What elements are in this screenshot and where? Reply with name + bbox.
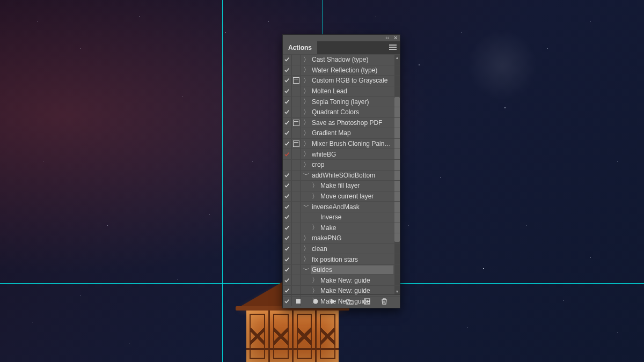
toggle-check[interactable]: [283, 181, 292, 191]
action-row[interactable]: 〉Sepia Toning (layer): [283, 96, 400, 107]
toggle-dialog[interactable]: [292, 76, 301, 86]
chevron-right-icon[interactable]: 〉: [301, 65, 311, 75]
toggle-dialog[interactable]: [292, 97, 301, 107]
action-row[interactable]: 〉whiteBG: [283, 149, 400, 159]
chevron-right-icon[interactable]: 〉: [301, 55, 311, 64]
toggle-dialog[interactable]: [292, 128, 301, 138]
toggle-dialog[interactable]: [292, 254, 301, 264]
toggle-check[interactable]: [283, 128, 292, 138]
toggle-check[interactable]: [283, 171, 292, 181]
toggle-dialog[interactable]: [292, 223, 301, 233]
chevron-down-icon[interactable]: ﹀: [301, 171, 311, 180]
toggle-check[interactable]: [283, 149, 292, 159]
toggle-check[interactable]: [283, 65, 292, 76]
chevron-down-icon[interactable]: ﹀: [301, 265, 311, 275]
close-icon[interactable]: ✕: [393, 35, 398, 41]
chevron-right-icon[interactable]: 〉: [310, 297, 319, 306]
toggle-dialog[interactable]: [292, 171, 301, 181]
toggle-dialog[interactable]: [292, 286, 301, 296]
guide-vertical-1[interactable]: [222, 0, 223, 362]
toggle-check[interactable]: [283, 254, 292, 264]
chevron-right-icon[interactable]: 〉: [301, 234, 311, 243]
action-row[interactable]: 〉Quadrant Colors: [283, 107, 400, 117]
toggle-dialog[interactable]: [292, 139, 301, 149]
chevron-right-icon[interactable]: 〉: [310, 223, 319, 232]
action-row[interactable]: 〉Make New: guide: [283, 275, 400, 285]
action-row[interactable]: 〉Move current layer: [283, 191, 400, 202]
toggle-check[interactable]: [283, 97, 292, 107]
toggle-check[interactable]: [283, 244, 292, 254]
chevron-right-icon[interactable]: 〉: [301, 255, 311, 264]
toggle-dialog[interactable]: [292, 160, 301, 170]
action-row[interactable]: 〉Make New: guide: [283, 296, 400, 307]
action-row[interactable]: 〉Gradient Map: [283, 128, 400, 138]
toggle-check[interactable]: [283, 139, 292, 149]
toggle-dialog[interactable]: [292, 55, 301, 65]
action-row[interactable]: 〉crop: [283, 159, 400, 170]
toggle-dialog[interactable]: [292, 65, 301, 76]
toggle-check[interactable]: [283, 265, 292, 275]
toggle-check[interactable]: [283, 275, 292, 285]
action-row[interactable]: 〉Cast Shadow (type): [283, 54, 400, 65]
toggle-dialog[interactable]: [292, 149, 301, 159]
toggle-check[interactable]: [283, 202, 292, 212]
toggle-dialog[interactable]: [292, 181, 301, 191]
action-row[interactable]: 〉makePNG: [283, 233, 400, 243]
action-row[interactable]: 〉Make: [283, 223, 400, 233]
chevron-right-icon[interactable]: 〉: [310, 286, 319, 295]
action-row[interactable]: ﹀addWhiteSOlidBottom: [283, 170, 400, 181]
chevron-right-icon[interactable]: 〉: [301, 139, 311, 149]
toggle-dialog[interactable]: [292, 233, 301, 243]
chevron-right-icon[interactable]: 〉: [301, 97, 311, 106]
toggle-check[interactable]: [283, 212, 292, 223]
toggle-dialog[interactable]: [292, 118, 301, 128]
action-row[interactable]: 〉clean: [283, 243, 400, 254]
toggle-check[interactable]: [283, 160, 292, 170]
toggle-check[interactable]: [283, 118, 292, 128]
chevron-right-icon[interactable]: 〉: [310, 181, 319, 190]
chevron-down-icon[interactable]: ﹀: [301, 202, 311, 211]
chevron-right-icon[interactable]: 〉: [301, 129, 311, 138]
action-row[interactable]: ﹀inverseAndMask: [283, 201, 400, 212]
toggle-dialog[interactable]: [292, 107, 301, 117]
action-row[interactable]: 〉Water Reflection (type): [283, 65, 400, 76]
panel-menu-icon[interactable]: [389, 45, 397, 50]
chevron-right-icon[interactable]: 〉: [301, 160, 311, 169]
toggle-check[interactable]: [283, 286, 292, 296]
panel-titlebar[interactable]: ‹‹ ✕: [283, 35, 400, 41]
chevron-right-icon[interactable]: 〉: [310, 192, 319, 201]
toggle-check[interactable]: [283, 233, 292, 243]
toggle-check[interactable]: [283, 86, 292, 97]
toggle-dialog[interactable]: [292, 244, 301, 254]
chevron-right-icon[interactable]: 〉: [301, 108, 311, 117]
action-list[interactable]: ▴ ▾ 〉Cast Shadow (type)〉Water Reflection…: [283, 54, 400, 294]
toggle-check[interactable]: [283, 223, 292, 233]
toggle-dialog[interactable]: [292, 265, 301, 275]
action-row[interactable]: 〉Molten Lead: [283, 86, 400, 97]
chevron-right-icon[interactable]: 〉: [301, 244, 311, 253]
tab-actions[interactable]: Actions: [283, 41, 317, 54]
toggle-dialog[interactable]: [292, 212, 301, 223]
chevron-right-icon[interactable]: 〉: [301, 76, 311, 85]
actions-panel[interactable]: ‹‹ ✕ Actions ▴ ▾ 〉Cast Shadow (type)〉Wat…: [282, 34, 400, 308]
action-row[interactable]: 〉Make fill layer: [283, 180, 400, 191]
action-row[interactable]: 〉Custom RGB to Grayscale: [283, 75, 400, 86]
action-row[interactable]: Inverse: [283, 212, 400, 223]
toggle-check[interactable]: [283, 76, 292, 86]
toggle-dialog[interactable]: [292, 86, 301, 97]
toggle-dialog[interactable]: [292, 275, 301, 285]
action-row[interactable]: 〉Save as Photoshop PDF: [283, 117, 400, 128]
chevron-right-icon[interactable]: 〉: [301, 118, 311, 127]
action-row[interactable]: ﹀Guides: [283, 264, 400, 275]
chevron-right-icon[interactable]: 〉: [301, 87, 311, 96]
action-row[interactable]: 〉Make New: guide: [283, 285, 400, 296]
toggle-check[interactable]: [283, 297, 292, 307]
chevron-right-icon[interactable]: 〉: [301, 150, 311, 159]
toggle-check[interactable]: [283, 191, 292, 202]
toggle-dialog[interactable]: [292, 191, 301, 202]
toggle-dialog[interactable]: [292, 202, 301, 212]
toggle-check[interactable]: [283, 107, 292, 117]
action-row[interactable]: 〉fix position stars: [283, 254, 400, 264]
toggle-check[interactable]: [283, 55, 292, 65]
toggle-dialog[interactable]: [292, 297, 301, 307]
